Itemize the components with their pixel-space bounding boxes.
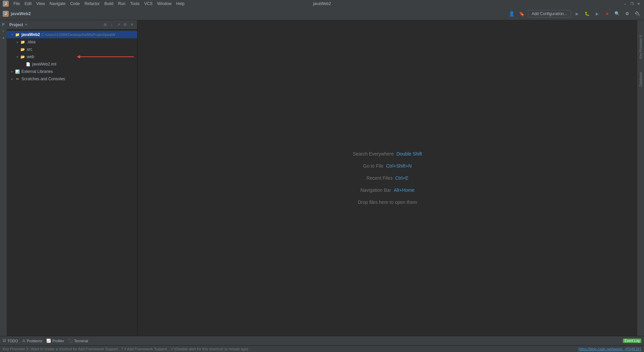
tree-item-extlibs[interactable]: 📊 External Libraries bbox=[7, 68, 137, 75]
main-area: P ≡ ★ Project ▾ ⊞ ↕ ↗ ⚙ ✕ 📁 javaWeb2 C:\… bbox=[0, 20, 644, 336]
drop-files-text: Drop files here to open them bbox=[358, 200, 417, 205]
goto-file-label: Go to File bbox=[363, 163, 384, 169]
menu-help[interactable]: Help bbox=[174, 1, 186, 7]
event-log-badge: Event Log bbox=[623, 339, 641, 343]
menu-window[interactable]: Window bbox=[155, 1, 174, 7]
panel-dropdown[interactable]: ▾ bbox=[25, 23, 27, 27]
sort-icon[interactable]: ↕ bbox=[109, 22, 114, 28]
problems-label: Problems bbox=[27, 339, 42, 343]
window-title: javaWeb2 bbox=[313, 1, 331, 6]
menu-file[interactable]: File bbox=[11, 1, 22, 7]
menu-build[interactable]: Build bbox=[102, 1, 115, 7]
recent-files-key: Ctrl+E bbox=[395, 175, 408, 181]
left-activity-rail: P ≡ ★ bbox=[0, 20, 7, 336]
menu-refactor[interactable]: Refactor bbox=[83, 1, 102, 7]
editor-area: Search Everywhere Double Shift Go to Fil… bbox=[138, 20, 637, 336]
idea-folder-icon: 📁 bbox=[20, 39, 25, 45]
debug-button[interactable]: 🐛 bbox=[583, 10, 591, 18]
todo-icon: ☑ bbox=[3, 339, 6, 343]
settings-button[interactable]: ⚙ bbox=[623, 10, 631, 18]
bookmarks-icon[interactable]: ★ bbox=[0, 35, 6, 41]
search-everywhere-label: Search Everywhere bbox=[353, 151, 394, 157]
tree-item-root[interactable]: 📁 javaWeb2 C:\Users\13288\Desktop\heiMaP… bbox=[7, 31, 137, 38]
tree-item-src[interactable]: 📂 src bbox=[7, 46, 137, 53]
project-view-icon[interactable]: P bbox=[0, 21, 6, 28]
web-label: web bbox=[27, 54, 34, 59]
database-panel-label[interactable]: Database bbox=[638, 71, 643, 88]
run-with-coverage-button[interactable]: ▶ bbox=[593, 10, 601, 18]
nav-bar-key: Alt+Home bbox=[394, 187, 415, 193]
status-message-text: Key Promoter X: Want to create a shortcu… bbox=[3, 347, 248, 351]
minimize-button[interactable]: – bbox=[623, 1, 628, 6]
settings-icon[interactable]: ⚙ bbox=[122, 22, 128, 28]
menu-tools[interactable]: Tools bbox=[128, 1, 142, 7]
project-panel: Project ▾ ⊞ ↕ ↗ ⚙ ✕ 📁 javaWeb2 C:\Users\… bbox=[7, 20, 138, 336]
search-everywhere-button[interactable]: 🔍 bbox=[613, 10, 621, 18]
idea-chevron bbox=[15, 39, 20, 45]
terminal-label: Terminal bbox=[74, 339, 88, 343]
add-configuration-button[interactable]: Add Configuration... bbox=[528, 10, 571, 17]
profiler-button[interactable]: 📈 Profiler bbox=[46, 339, 64, 343]
menu-run[interactable]: Run bbox=[116, 1, 127, 7]
terminal-icon: ⬛ bbox=[68, 339, 73, 343]
panel-header: Project ▾ ⊞ ↕ ↗ ⚙ ✕ bbox=[7, 20, 137, 30]
run-button[interactable]: ▶ bbox=[573, 10, 581, 18]
iml-file-icon: 📄 bbox=[25, 61, 31, 67]
event-log-button[interactable]: Event Log bbox=[623, 339, 641, 343]
close-panel-icon[interactable]: ✕ bbox=[129, 22, 135, 28]
drop-files-row: Drop files here to open them bbox=[358, 200, 417, 205]
panel-title: Project bbox=[9, 23, 23, 27]
main-toolbar: J javaWeb2 👤 🔖 Add Configuration... ▶ 🐛 … bbox=[0, 7, 644, 20]
tree-item-idea[interactable]: 📁 .idea bbox=[7, 38, 137, 46]
root-label: javaWeb2 bbox=[21, 32, 40, 37]
tree-item-iml[interactable]: 📄 javaWeb2.iml bbox=[7, 60, 137, 68]
todo-label: TODO bbox=[7, 339, 18, 343]
menu-bar: File Edit View Navigate Code Refactor Bu… bbox=[11, 1, 186, 7]
extlibs-icon: 📊 bbox=[15, 69, 20, 74]
status-message-bar: Key Promoter X: Want to create a shortcu… bbox=[0, 345, 644, 352]
nav-bar-label: Navigation Bar bbox=[360, 187, 391, 193]
recent-files-label: Recent Files bbox=[366, 175, 392, 181]
status-url-link[interactable]: https://blog.csdn.net/weixin_45046181 bbox=[579, 347, 641, 351]
profiler-label: Profiler bbox=[52, 339, 64, 343]
annotation-arrow bbox=[77, 55, 134, 58]
key-promoter-panel-label[interactable]: Key Promoter X bbox=[638, 34, 643, 60]
root-folder-icon: 📁 bbox=[15, 32, 20, 37]
tree-item-scratch[interactable]: ✏ Scratches and Consoles bbox=[7, 75, 137, 83]
tree-item-web[interactable]: 📂 web bbox=[7, 53, 137, 60]
structure-icon[interactable]: ≡ bbox=[0, 28, 6, 34]
restore-button[interactable]: ❐ bbox=[629, 1, 635, 6]
extlibs-chevron bbox=[9, 69, 15, 74]
editor-center: Search Everywhere Double Shift Go to Fil… bbox=[138, 20, 637, 336]
file-tree: 📁 javaWeb2 C:\Users\13288\Desktop\heiMaP… bbox=[7, 30, 137, 336]
plugin-button[interactable]: 🔌 bbox=[633, 10, 641, 18]
toolbar-logo: J bbox=[3, 11, 9, 17]
collapse-all-icon[interactable]: ⊞ bbox=[102, 22, 108, 28]
problems-icon: ⚠ bbox=[22, 339, 25, 343]
close-button[interactable]: ✕ bbox=[636, 1, 641, 6]
stop-button[interactable]: ■ bbox=[603, 10, 611, 18]
panel-header-icons: ⊞ ↕ ↗ ⚙ ✕ bbox=[102, 22, 135, 28]
root-path: C:\Users\13288\Desktop\heiMaProject\java… bbox=[41, 33, 115, 37]
web-folder-icon: 📂 bbox=[20, 54, 25, 59]
bookmark-button[interactable]: 🔖 bbox=[518, 10, 526, 18]
menu-view[interactable]: View bbox=[34, 1, 47, 7]
sort-type-icon[interactable]: ↗ bbox=[116, 22, 121, 28]
title-bar-left: J File Edit View Navigate Code Refactor … bbox=[3, 1, 186, 7]
terminal-button[interactable]: ⬛ Terminal bbox=[68, 339, 88, 343]
arrow-head bbox=[77, 55, 80, 58]
menu-navigate[interactable]: Navigate bbox=[48, 1, 67, 7]
menu-vcs[interactable]: VCS bbox=[142, 1, 155, 7]
window-controls: – ❐ ✕ bbox=[623, 1, 641, 6]
extlibs-label: External Libraries bbox=[21, 69, 53, 74]
menu-code[interactable]: Code bbox=[68, 1, 82, 7]
scratch-label: Scratches and Consoles bbox=[21, 77, 65, 81]
shortcut-row-goto: Go to File Ctrl+Shift+N bbox=[363, 163, 412, 169]
src-folder-icon: 📂 bbox=[20, 47, 25, 52]
profile-button[interactable]: 👤 bbox=[508, 10, 516, 18]
menu-edit[interactable]: Edit bbox=[22, 1, 34, 7]
profiler-icon: 📈 bbox=[46, 339, 51, 343]
todo-button[interactable]: ☑ TODO bbox=[3, 339, 18, 343]
shortcut-row-navbar: Navigation Bar Alt+Home bbox=[360, 187, 415, 193]
problems-button[interactable]: ⚠ Problems bbox=[22, 339, 42, 343]
